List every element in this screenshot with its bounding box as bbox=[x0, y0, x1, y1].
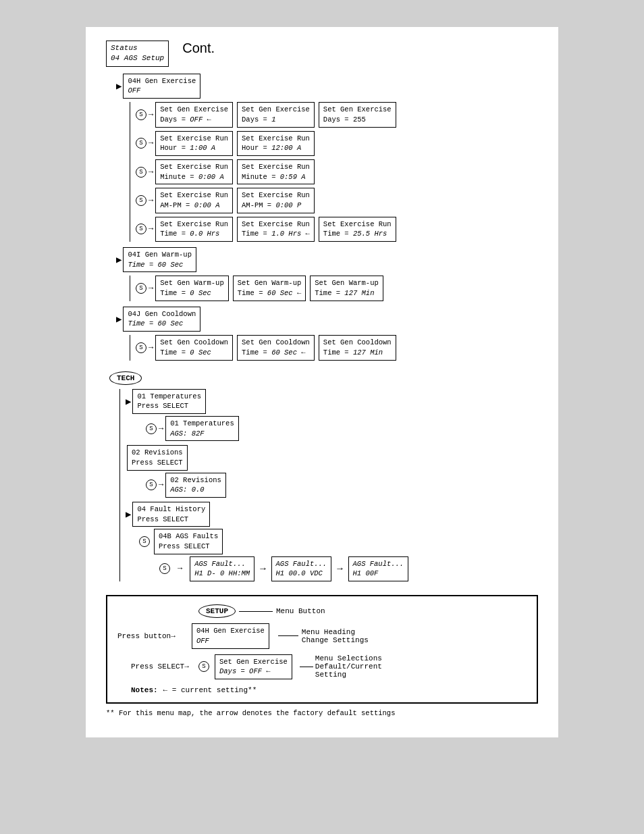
legend-selections-box: Set Gen Exercise Days = OFF ← bbox=[215, 654, 292, 679]
legend-heading-box: 04H Gen Exercise OFF bbox=[192, 623, 269, 648]
arrow-right-3: → bbox=[149, 138, 153, 148]
temperatures-item: ▶ 01 Temperatures Press SELECT S → 01 Te… bbox=[126, 389, 538, 442]
gen-exercise-value: OFF bbox=[128, 86, 196, 96]
circle-s-temp: S bbox=[146, 423, 157, 434]
temperatures-box: 01 Temperatures Press SELECT bbox=[132, 389, 206, 414]
header-area: Status 04 AGS Setup Cont. bbox=[106, 41, 538, 67]
hour-label2: Set Exercise Run bbox=[242, 134, 310, 144]
warmup-time-box1: Set Gen Warm-up Time = 0 Sec bbox=[155, 276, 229, 301]
gen-warmup-entry: ▶ 04I Gen Warm-up Time = 60 Sec bbox=[116, 247, 538, 272]
gen-exercise-entry: ▶ 04H Gen Exercise OFF bbox=[116, 74, 538, 99]
heading-arrow-line bbox=[278, 635, 298, 636]
circle-s-legend: S bbox=[198, 661, 209, 672]
circle-s-2: S bbox=[136, 138, 146, 149]
minute-val2: Minute = 0:59 A bbox=[242, 172, 310, 182]
ags-fault-val1: H1 D- 0 HH:MM bbox=[194, 569, 250, 579]
temperatures-entry: ▶ 01 Temperatures Press SELECT bbox=[126, 389, 538, 414]
cooldown-time-row: S → Set Gen Cooldown Time = 0 Sec Set Ge… bbox=[136, 335, 538, 360]
page: Status 04 AGS Setup Cont. ▶ 04H Gen Exer… bbox=[86, 27, 558, 737]
circle-s-rev: S bbox=[146, 479, 157, 490]
cooldown-label: 04J Gen Cooldown bbox=[128, 309, 196, 319]
fault-details-row: S → AGS Fault... H1 D- 0 HH:MM → AGS Fau… bbox=[159, 556, 538, 581]
tech-oval-row: TECH bbox=[109, 371, 538, 385]
gen-exercise-label: 04H Gen Exercise bbox=[128, 76, 196, 86]
warmup-time-box3: Set Gen Warm-up Time = 127 Min bbox=[310, 276, 383, 301]
fault-b-entry: S 04B AGS Faults Press SELECT bbox=[139, 529, 538, 554]
set-gen-exercise-days-box1: Set Gen Exercise Days = OFF ← bbox=[155, 102, 233, 127]
cooldown-time-box2: Set Gen Cooldown Time = 60 Sec ← bbox=[237, 335, 315, 360]
fault-arrow-right: → bbox=[260, 563, 265, 574]
minute-label2: Set Exercise Run bbox=[242, 162, 310, 172]
wt-val2: Time = 60 Sec ← bbox=[238, 288, 302, 298]
fault-det-arrow: → bbox=[178, 564, 182, 573]
exercise-time-box3: Set Exercise Run Time = 25.5 Hrs bbox=[319, 217, 396, 242]
ags-fault-box2: AGS Fault... H1 00.0 VDC bbox=[271, 556, 332, 581]
hour-val1: Hour = 1:00 A bbox=[160, 143, 228, 153]
gen-warmup-section: ▶ 04I Gen Warm-up Time = 60 Sec S → Set … bbox=[116, 247, 538, 301]
cooldown-time-box1: Set Gen Cooldown Time = 0 Sec bbox=[155, 335, 233, 360]
fault-b-section: S 04B AGS Faults Press SELECT S → AGS Fa… bbox=[139, 529, 538, 581]
exercise-ampm-box2: Set Exercise Run AM-PM = 0:00 P bbox=[237, 188, 315, 213]
notes-label: Notes: bbox=[131, 686, 158, 694]
hour-val2: Hour = 12:00 A bbox=[242, 143, 310, 153]
days-val3: Days = 255 bbox=[323, 115, 392, 125]
press-button-row: Press button→ 04H Gen Exercise OFF Menu … bbox=[117, 623, 527, 648]
tech-oval: TECH bbox=[109, 371, 142, 385]
cooldown-time-box3: Set Gen Cooldown Time = 127 Min bbox=[319, 335, 396, 360]
gen-exercise-box: 04H Gen Exercise OFF bbox=[123, 74, 200, 99]
hour-label1: Set Exercise Run bbox=[160, 134, 228, 144]
fault-b-box: 04B AGS Faults Press SELECT bbox=[154, 529, 223, 554]
legend-heading-label: 04H Gen Exercise bbox=[196, 626, 265, 636]
ampm-val2: AM-PM = 0:00 P bbox=[242, 201, 310, 211]
temp-label: 01 Temperatures bbox=[137, 392, 201, 402]
fault-label: 04 Fault History bbox=[137, 504, 205, 515]
temp-result-val: AGS: 82F bbox=[170, 429, 234, 439]
gen-cooldown-sub: S → Set Gen Cooldown Time = 0 Sec Set Ge… bbox=[130, 335, 538, 360]
exercise-hour-box2: Set Exercise Run Hour = 12:00 A bbox=[237, 131, 315, 156]
ags-fault-label2: AGS Fault... bbox=[276, 559, 327, 569]
rev-sub-arrow: → bbox=[159, 480, 163, 490]
wt-val3: Time = 127 Min bbox=[315, 288, 379, 298]
circle-s-1: S bbox=[136, 109, 146, 120]
ampm-val1: AM-PM = 0:00 A bbox=[160, 201, 228, 211]
exercise-time-box1: Set Exercise Run Time = 0.0 Hrs bbox=[155, 217, 233, 242]
temperatures-sub: S → 01 Temperatures AGS: 82F bbox=[146, 416, 538, 441]
rev-sublabel: Press SELECT bbox=[132, 458, 183, 468]
circle-s-warmup: S bbox=[136, 283, 146, 294]
gen-cooldown-entry: ▶ 04J Gen Cooldown Time = 60 Sec bbox=[116, 307, 538, 332]
gen-cooldown-section: ▶ 04J Gen Cooldown Time = 60 Sec S → Set… bbox=[116, 307, 538, 361]
status-box: Status 04 AGS Setup bbox=[106, 41, 169, 67]
days-label2: Set Gen Exercise bbox=[242, 105, 310, 115]
notes-row: Notes: ← = current setting** bbox=[131, 686, 527, 694]
set-gen-exercise-days-box2: Set Gen Exercise Days = 1 bbox=[237, 102, 315, 127]
revisions-box: 02 Revisions Press SELECT bbox=[127, 445, 188, 470]
temp-sub-arrow: → bbox=[159, 424, 163, 434]
fault-b-label: 04B AGS Faults bbox=[159, 531, 218, 542]
ags-fault-label1: AGS Fault... bbox=[194, 559, 250, 569]
sel-arrow-line bbox=[300, 667, 313, 667]
press-select-label: Press SELECT→ bbox=[131, 662, 198, 671]
revisions-result-box: 02 Revisions AGS: 0.0 bbox=[165, 473, 226, 498]
circle-s-fault-det: S bbox=[159, 563, 170, 574]
revisions-entry: 02 Revisions Press SELECT bbox=[126, 445, 538, 470]
exercise-time-box2: Set Exercise Run Time = 1.0 Hrs ← bbox=[237, 217, 315, 242]
revisions-item: 02 Revisions Press SELECT S → 02 Revisio… bbox=[126, 445, 538, 498]
warmup-label: 04I Gen Warm-up bbox=[128, 250, 192, 260]
ct-label2: Set Gen Cooldown bbox=[242, 338, 310, 348]
warmup-time-box2: Set Gen Warm-up Time = 60 Sec ← bbox=[233, 276, 306, 301]
fault-history-entry: ▶ 04 Fault History Press SELECT bbox=[126, 502, 538, 527]
fault-sublabel: Press SELECT bbox=[137, 515, 205, 525]
set-gen-exercise-days-box3: Set Gen Exercise Days = 255 bbox=[319, 102, 396, 127]
rev-label: 02 Revisions bbox=[132, 448, 183, 458]
setup-oval: SETUP bbox=[198, 604, 236, 618]
setup-arrow-line bbox=[239, 611, 273, 612]
circle-s-3: S bbox=[136, 167, 146, 178]
temp-result-label: 01 Temperatures bbox=[170, 419, 234, 429]
main-container: ▶ 04H Gen Exercise OFF S → Set Gen Exerc… bbox=[106, 74, 538, 717]
exercise-ampm-box1: Set Exercise Run AM-PM = 0:00 A bbox=[155, 188, 233, 213]
arrow-right-icon: ▶ bbox=[116, 80, 122, 92]
cooldown-value: Time = 60 Sec bbox=[128, 319, 196, 329]
ags-fault-val2: H1 00.0 VDC bbox=[276, 569, 327, 579]
exercise-time-row: S → Set Exercise Run Time = 0.0 Hrs Set … bbox=[136, 217, 538, 242]
gen-exercise-days-row: S → Set Gen Exercise Days = OFF ← Set Ge… bbox=[136, 102, 538, 127]
